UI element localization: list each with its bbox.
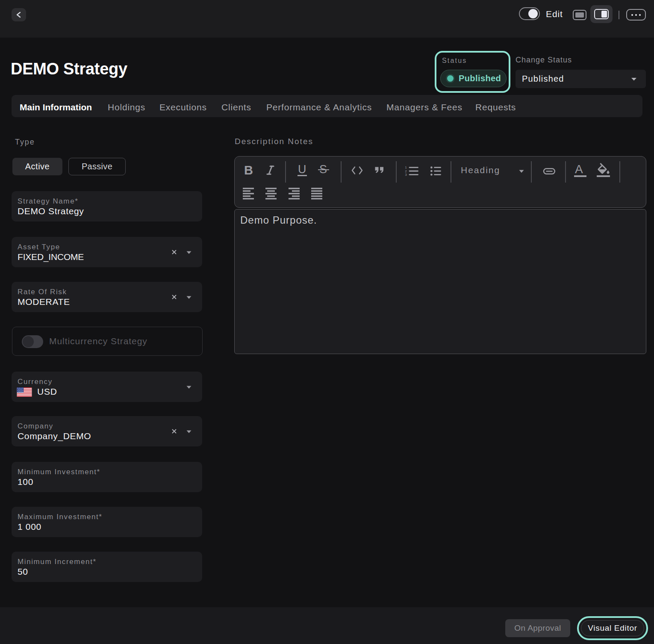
svg-text:3: 3 — [405, 173, 407, 176]
